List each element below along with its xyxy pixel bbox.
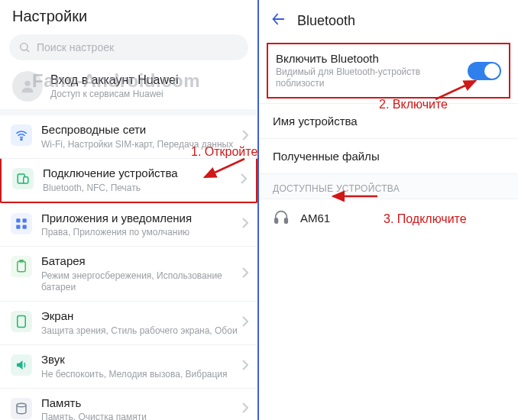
svg-rect-16 [285, 218, 288, 223]
settings-title: Настройки [0, 0, 257, 30]
item-subtitle: Bluetooth, NFC, Печать [43, 183, 238, 194]
apps-icon [11, 213, 32, 234]
screen-icon [11, 311, 32, 332]
search-input[interactable]: Поиск настроек [9, 34, 248, 60]
bt-toggle-subtitle: Видимый для Bluetooth-устройств поблизос… [276, 66, 468, 89]
bt-toggle-title: Включить Bluetooth [276, 52, 468, 65]
chevron-right-icon [242, 130, 248, 144]
svg-rect-12 [18, 316, 26, 328]
svg-point-13 [17, 403, 26, 407]
svg-rect-11 [20, 260, 24, 262]
svg-rect-7 [23, 218, 27, 222]
device-row[interactable]: AM61 [259, 199, 518, 237]
svg-rect-6 [16, 218, 20, 222]
person-icon [19, 78, 36, 95]
device-name: AM61 [300, 212, 330, 225]
item-title: Экран [41, 309, 239, 324]
svg-line-1 [27, 50, 29, 52]
chevron-right-icon [242, 402, 248, 416]
profile-row[interactable]: Вход в аккаунт Huawei Доступ к сервисам … [0, 63, 257, 109]
profile-subtitle: Доступ к сервисам Huawei [50, 89, 179, 99]
settings-item-battery[interactable]: Батарея Режим энергосбережения, Использо… [0, 246, 257, 301]
storage-icon [11, 398, 32, 419]
item-title: Беспроводные сети [41, 123, 239, 137]
svg-point-2 [24, 81, 30, 86]
search-icon [18, 41, 31, 53]
settings-item-screen[interactable]: Экран Защита зрения, Стиль рабочего экра… [0, 301, 257, 344]
item-subtitle: Память, Очистка памяти [41, 412, 239, 420]
chevron-right-icon [241, 173, 247, 187]
settings-item-apps[interactable]: Приложения и уведомления Права, Приложен… [0, 203, 257, 247]
arrow-left-icon [270, 11, 287, 27]
item-title: Батарея [41, 254, 239, 269]
svg-point-0 [21, 44, 28, 50]
item-subtitle: Режим энергосбережения, Использование ба… [41, 270, 239, 293]
bluetooth-switch[interactable] [468, 62, 501, 80]
devices-icon [12, 168, 34, 189]
chevron-right-icon [242, 267, 248, 281]
back-button[interactable] [270, 11, 287, 31]
item-subtitle: Права, Приложения по умолчанию [41, 227, 239, 238]
section-divider [0, 109, 257, 115]
bluetooth-panel: Bluetooth Включить Bluetooth Видимый для… [259, 0, 518, 420]
item-title: Звук [41, 353, 239, 367]
item-subtitle: Не беспокоить, Мелодия вызова, Вибрация [41, 369, 239, 380]
battery-icon [11, 256, 32, 277]
settings-panel: Настройки Поиск настроек Вход в аккаунт … [0, 0, 259, 420]
received-files-row[interactable]: Полученные файлы [259, 138, 518, 173]
bluetooth-title: Bluetooth [297, 13, 355, 29]
profile-title: Вход в аккаунт Huawei [50, 73, 179, 87]
wifi-icon [11, 124, 32, 146]
svg-rect-10 [18, 262, 26, 273]
chevron-right-icon [242, 360, 248, 373]
item-title: Подключение устройства [43, 166, 238, 181]
device-name-row[interactable]: Имя устройства [259, 103, 518, 138]
bluetooth-toggle-row[interactable]: Включить Bluetooth Видимый для Bluetooth… [267, 43, 510, 99]
settings-item-storage[interactable]: Память Память, Очистка памяти [0, 388, 257, 421]
headphones-icon [273, 208, 290, 228]
item-title: Память [41, 396, 239, 411]
svg-rect-5 [24, 177, 28, 183]
chevron-right-icon [242, 218, 248, 231]
settings-item-devices[interactable]: Подключение устройства Bluetooth, NFC, П… [0, 158, 257, 203]
item-subtitle: Wi-Fi, Настройки SIM-карт, Передача данн… [41, 139, 239, 150]
settings-item-sound[interactable]: Звук Не беспокоить, Мелодия вызова, Вибр… [0, 344, 257, 388]
item-subtitle: Защита зрения, Стиль рабочего экрана, Об… [41, 325, 239, 337]
svg-rect-8 [16, 225, 20, 228]
svg-point-3 [21, 139, 22, 141]
avatar [12, 71, 43, 102]
sound-icon [11, 354, 32, 376]
item-title: Приложения и уведомления [41, 212, 239, 226]
switch-knob [484, 63, 500, 79]
available-devices-label: ДОСТУПНЫЕ УСТРОЙСТВА [259, 173, 518, 199]
chevron-right-icon [242, 316, 248, 330]
search-placeholder: Поиск настроек [37, 41, 114, 53]
svg-rect-15 [275, 218, 278, 223]
settings-item-wifi[interactable]: Беспроводные сети Wi-Fi, Настройки SIM-к… [0, 115, 257, 158]
svg-rect-9 [23, 225, 27, 228]
